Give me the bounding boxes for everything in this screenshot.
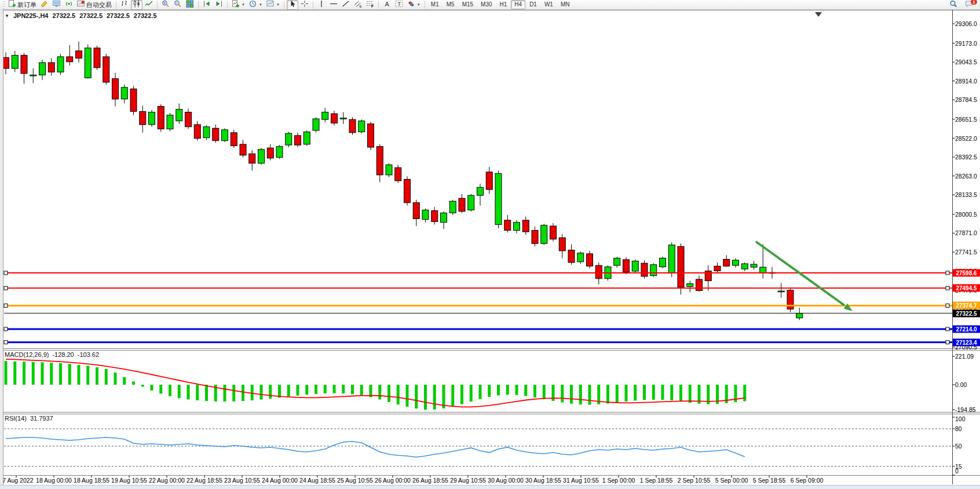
timeframe-m5-button[interactable]: M5 — [443, 0, 458, 9]
chart-plot-area[interactable] — [0, 0, 980, 489]
bar-chart-button[interactable] — [119, 0, 130, 10]
arrows-icon — [407, 0, 415, 10]
toolbar-grip — [3, 1, 5, 9]
macd-main-value: -128.20 — [52, 351, 74, 358]
toolbar-separator — [378, 1, 379, 9]
svg-text:E: E — [359, 5, 361, 8]
svg-text:F: F — [371, 4, 374, 8]
arrows-button[interactable]: ▼ — [405, 0, 422, 10]
indicators-icon — [232, 0, 240, 10]
tile-windows-button[interactable] — [184, 0, 196, 10]
candlestick-chart-icon — [133, 0, 141, 10]
styler-icon — [41, 0, 49, 10]
line-chart-icon — [145, 0, 153, 10]
trendline-icon — [342, 0, 350, 10]
search-button[interactable] — [948, 0, 959, 10]
rsi-value: 31.7937 — [30, 415, 53, 422]
line-chart-button[interactable] — [143, 0, 155, 10]
chevron-down-icon: ▼ — [259, 3, 262, 6]
zoom-in-icon — [162, 0, 170, 10]
rsi-line — [6, 437, 745, 457]
chart-title-row: ▼ JPN225-,H4 27322.5 27322.5 27322.5 273… — [5, 12, 157, 19]
timeframe-m30-button[interactable]: M30 — [477, 0, 495, 9]
macd-indicator-label: MACD(12,26,9) -128.20 -103.62 — [5, 351, 99, 358]
templates-icon — [266, 0, 275, 10]
quote-low: 27322.5 — [107, 12, 130, 19]
vertical-line-button[interactable] — [316, 0, 327, 10]
horizontal-line-icon — [330, 0, 338, 10]
crosshair-button[interactable] — [299, 0, 310, 10]
indicators-button[interactable]: ▼ — [230, 0, 247, 10]
quote-open: 27322.5 — [52, 12, 75, 19]
timeframe-h1-button[interactable]: H1 — [496, 0, 511, 9]
text-button[interactable]: A — [381, 0, 393, 10]
autotrading-icon — [77, 0, 85, 10]
new-order-button[interactable]: 新订单 — [6, 0, 38, 10]
auto-scroll-icon — [203, 0, 211, 10]
toolbar-button-label: 新订单 — [17, 1, 36, 9]
quote-close: 27322.5 — [134, 12, 157, 19]
horizontal-line-button[interactable] — [328, 0, 339, 10]
horizontal-line-27374.7[interactable] — [4, 304, 953, 307]
macd-signal-value: -103.62 — [78, 351, 99, 358]
new-order-icon — [8, 0, 16, 10]
rsi-name: RSI(14) — [5, 415, 27, 422]
templates-button[interactable]: ▼ — [265, 0, 281, 10]
toolbar-separator — [157, 1, 158, 9]
chart-symbol-period: JPN225-,H4 — [13, 12, 49, 19]
channel-icon: E — [354, 0, 362, 10]
candlestick-chart-button[interactable] — [131, 0, 142, 10]
text-icon: A — [383, 0, 391, 10]
periods-button[interactable]: ▼ — [247, 0, 264, 10]
horizontal-line-27214.0[interactable] — [4, 327, 953, 331]
toolbar-separator — [227, 1, 228, 9]
signals-button[interactable] — [63, 0, 75, 10]
bar-chart-icon — [120, 0, 129, 10]
channel-button[interactable]: E — [352, 0, 364, 10]
search-icon — [949, 0, 957, 10]
timeframe-m15-button[interactable]: M15 — [459, 0, 477, 9]
collapse-chart-icon[interactable]: ▼ — [5, 13, 9, 19]
trading-terminal-window: 新订单自动交易▼▼▼EFAT▼M1M5M15M30H1H4D1W1MN1 293… — [0, 0, 980, 489]
text-label-button[interactable]: T — [393, 0, 405, 10]
cursor-button[interactable] — [287, 0, 298, 10]
horizontal-line-27598.6[interactable] — [4, 271, 953, 275]
timeframe-h4-button[interactable]: H4 — [511, 0, 525, 9]
horizontal-line-27123.4[interactable] — [4, 341, 953, 344]
auto-scroll-button[interactable] — [201, 0, 213, 10]
svg-text:T: T — [397, 1, 401, 7]
timeframe-m1-button[interactable]: M1 — [427, 0, 443, 9]
periods-icon — [249, 0, 257, 10]
autotrading-button[interactable]: 自动交易 — [75, 0, 114, 10]
chevron-down-icon: ▼ — [417, 3, 420, 6]
timeframe-mn-button[interactable]: MN — [557, 0, 573, 9]
timeframe-d1-button[interactable]: D1 — [526, 0, 540, 9]
chat-button[interactable]: 1 — [963, 0, 975, 10]
main-toolbar: 新订单自动交易▼▼▼EFAT▼M1M5M15M30H1H4D1W1MN1 — [0, 0, 980, 10]
notification-badge: 1 — [971, 0, 977, 5]
macd-name: MACD(12,26,9) — [5, 351, 49, 358]
horizontal-line-27494.5[interactable] — [4, 286, 953, 290]
candlestick-series[interactable] — [3, 42, 803, 320]
zoom-in-button[interactable] — [160, 0, 171, 10]
trend-arrow-annotation[interactable] — [756, 242, 853, 311]
timeframe-w1-button[interactable]: W1 — [541, 0, 557, 9]
quote-high: 27322.5 — [79, 12, 103, 19]
trendline-button[interactable] — [340, 0, 352, 10]
terminal-button[interactable] — [51, 0, 63, 10]
svg-text:A: A — [385, 1, 389, 8]
window-bottom-strip — [0, 485, 980, 489]
chart-shift-marker-icon[interactable] — [815, 12, 822, 17]
toolbar-separator — [198, 1, 199, 9]
tile-windows-icon — [186, 0, 194, 10]
fibonacci-button[interactable]: F — [364, 0, 376, 10]
chart-shift-button[interactable] — [213, 0, 225, 10]
chart-shift-icon — [215, 0, 223, 10]
chevron-down-icon: ▼ — [242, 3, 245, 6]
zoom-out-button[interactable] — [172, 0, 184, 10]
fibonacci-icon: F — [366, 0, 374, 10]
vertical-line-icon — [317, 0, 326, 10]
zoom-out-icon — [174, 0, 182, 10]
styler-button[interactable] — [39, 0, 50, 10]
window-left-edge — [0, 10, 3, 489]
